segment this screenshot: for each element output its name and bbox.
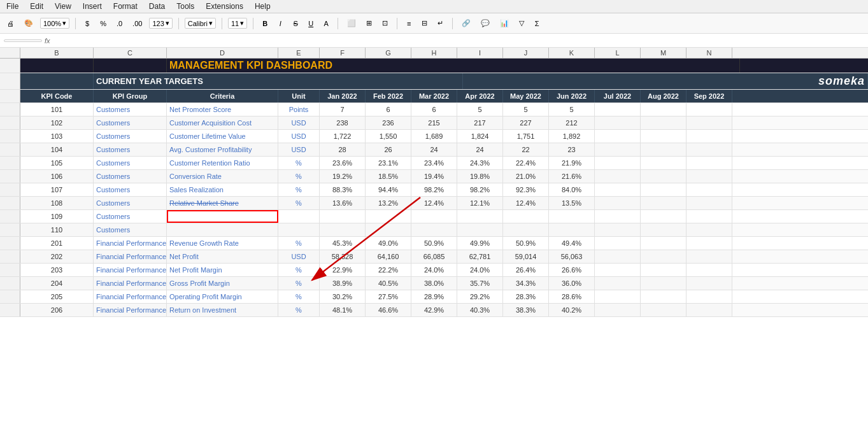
col-header-i[interactable]: I (457, 48, 503, 58)
kpi-value-cell[interactable]: 24.3% (457, 157, 503, 169)
formula-input[interactable] (55, 37, 864, 45)
kpi-value-cell[interactable]: 5 (549, 103, 595, 116)
kpi-group-cell[interactable]: Customers (94, 170, 167, 183)
kpi-value-cell[interactable]: 62,781 (457, 250, 503, 263)
kpi-value-cell[interactable] (503, 210, 549, 223)
kpi-value-cell[interactable]: 84.0% (549, 183, 595, 196)
kpi-value-cell[interactable]: 215 (411, 117, 457, 129)
kpi-value-cell[interactable]: 24.0% (457, 264, 503, 276)
kpi-value-cell[interactable] (595, 223, 641, 236)
kpi-value-cell[interactable]: 217 (457, 117, 503, 129)
kpi-group-cell[interactable]: Customers (94, 143, 167, 156)
kpi-value-cell[interactable] (641, 223, 687, 236)
kpi-value-cell[interactable] (595, 157, 641, 169)
menu-help[interactable]: Help (255, 2, 271, 11)
kpi-value-cell[interactable]: 19.8% (457, 170, 503, 183)
kpi-group-cell[interactable]: Customers (94, 183, 167, 196)
kpi-value-cell[interactable]: 49.4% (549, 237, 595, 250)
valign-button[interactable]: ⊟ (418, 18, 430, 29)
kpi-unit-cell[interactable] (278, 210, 320, 223)
kpi-value-cell[interactable]: 28 (320, 143, 366, 156)
kpi-code-cell[interactable]: 108 (20, 197, 94, 209)
kpi-value-cell[interactable] (641, 304, 687, 316)
kpi-value-cell[interactable] (595, 117, 641, 129)
kpi-value-cell[interactable] (687, 277, 732, 290)
col-header-b[interactable]: B (20, 48, 94, 58)
kpi-value-cell[interactable]: 34.3% (503, 277, 549, 290)
col-header-c[interactable]: C (94, 48, 167, 58)
col-header-g[interactable]: G (366, 48, 411, 58)
kpi-value-cell[interactable]: 23.1% (366, 157, 411, 169)
kpi-value-cell[interactable]: 49.9% (457, 237, 503, 250)
kpi-value-cell[interactable] (641, 143, 687, 156)
font-size-dropdown[interactable]: 11 ▾ (228, 18, 247, 29)
kpi-value-cell[interactable] (595, 264, 641, 276)
kpi-value-cell[interactable]: 23.6% (320, 157, 366, 169)
filter-button[interactable]: ▽ (516, 18, 527, 29)
kpi-unit-cell[interactable]: USD (278, 117, 320, 129)
kpi-unit-cell[interactable]: % (278, 277, 320, 290)
col-header-l[interactable]: L (595, 48, 641, 58)
col-header-d[interactable]: D (167, 48, 278, 58)
kpi-value-cell[interactable]: 22.2% (366, 264, 411, 276)
kpi-value-cell[interactable] (687, 183, 732, 196)
kpi-value-cell[interactable]: 38.0% (411, 277, 457, 290)
kpi-value-cell[interactable] (595, 103, 641, 116)
kpi-value-cell[interactable]: 22.4% (503, 157, 549, 169)
menu-view[interactable]: View (55, 2, 71, 11)
kpi-value-cell[interactable]: 13.6% (320, 197, 366, 209)
paint-format-button[interactable]: 🎨 (21, 18, 36, 29)
kpi-value-cell[interactable]: 42.9% (411, 304, 457, 316)
bold-button[interactable]: B (259, 18, 271, 29)
kpi-code-cell[interactable]: 104 (20, 143, 94, 156)
kpi-unit-cell[interactable]: % (278, 197, 320, 209)
kpi-value-cell[interactable]: 38.9% (320, 277, 366, 290)
kpi-value-cell[interactable]: 7 (320, 103, 366, 116)
kpi-value-cell[interactable] (411, 210, 457, 223)
text-wrap-button[interactable]: ↵ (434, 18, 446, 29)
kpi-value-cell[interactable] (595, 197, 641, 209)
col-header-k[interactable]: K (549, 48, 595, 58)
kpi-value-cell[interactable] (687, 103, 732, 116)
kpi-group-cell[interactable]: Financial Performance (94, 237, 167, 250)
italic-button[interactable]: I (274, 18, 286, 29)
kpi-value-cell[interactable]: 27.5% (366, 290, 411, 303)
kpi-value-cell[interactable] (641, 210, 687, 223)
kpi-unit-cell[interactable]: Points (278, 103, 320, 116)
kpi-value-cell[interactable]: 5 (503, 103, 549, 116)
kpi-unit-cell[interactable]: % (278, 170, 320, 183)
fill-color-button[interactable]: ⬜ (344, 18, 359, 29)
kpi-criteria-cell[interactable]: Customer Lifetime Value (167, 130, 278, 143)
kpi-criteria-cell[interactable]: Net Profit (167, 250, 278, 263)
kpi-value-cell[interactable]: 13.2% (366, 197, 411, 209)
kpi-value-cell[interactable]: 24 (457, 143, 503, 156)
kpi-value-cell[interactable] (641, 237, 687, 250)
kpi-value-cell[interactable] (687, 157, 732, 169)
kpi-value-cell[interactable] (549, 223, 595, 236)
font-dropdown[interactable]: Calibri ▾ (185, 18, 216, 29)
kpi-value-cell[interactable] (595, 210, 641, 223)
kpi-value-cell[interactable]: 35.7% (457, 277, 503, 290)
kpi-criteria-cell[interactable]: Sales Realization (167, 183, 278, 196)
kpi-value-cell[interactable]: 49.0% (366, 237, 411, 250)
kpi-value-cell[interactable] (595, 130, 641, 143)
kpi-value-cell[interactable]: 40.2% (549, 304, 595, 316)
col-header-j[interactable]: J (503, 48, 549, 58)
kpi-unit-cell[interactable]: % (278, 157, 320, 169)
kpi-value-cell[interactable]: 21.9% (549, 157, 595, 169)
kpi-value-cell[interactable]: 1,722 (320, 130, 366, 143)
kpi-criteria-cell[interactable]: Net Profit Margin (167, 264, 278, 276)
merge-cells-button[interactable]: ⊡ (379, 18, 391, 29)
kpi-value-cell[interactable]: 94.4% (366, 183, 411, 196)
kpi-value-cell[interactable] (687, 264, 732, 276)
kpi-value-cell[interactable] (687, 250, 732, 263)
kpi-value-cell[interactable]: 92.3% (503, 183, 549, 196)
kpi-value-cell[interactable] (641, 290, 687, 303)
kpi-value-cell[interactable] (687, 143, 732, 156)
kpi-value-cell[interactable] (687, 210, 732, 223)
col-header-m[interactable]: M (641, 48, 687, 58)
cell-reference[interactable] (4, 39, 42, 42)
kpi-value-cell[interactable] (641, 117, 687, 129)
kpi-value-cell[interactable]: 98.2% (411, 183, 457, 196)
kpi-value-cell[interactable]: 50.9% (503, 237, 549, 250)
